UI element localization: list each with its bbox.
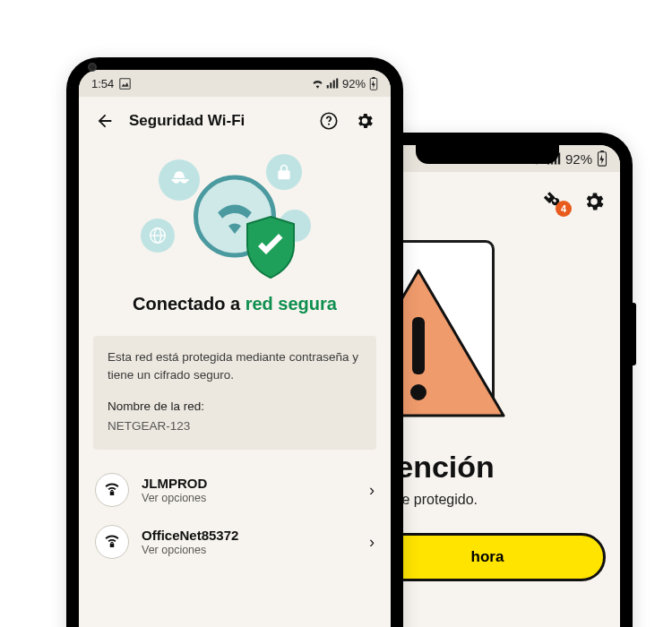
svg-point-3 [410, 384, 426, 400]
camera-dot [88, 63, 97, 72]
app-header: Seguridad Wi-Fi [79, 97, 391, 142]
network-row[interactable]: JLMPROD Ver opciones › [79, 464, 391, 516]
settings-button[interactable] [353, 109, 376, 133]
status-right: 92% [311, 77, 378, 90]
cta-button[interactable]: hora [369, 533, 606, 581]
phone-front-screen: 1:54 92% Seguridad Wi-Fi [79, 70, 391, 627]
network-info: OfficeNet85372 Ver opciones [142, 528, 357, 556]
svg-rect-4 [120, 78, 130, 88]
network-item-name: JLMPROD [142, 476, 357, 491]
help-button[interactable] [317, 109, 340, 133]
battery-text: 92% [342, 77, 366, 90]
hero-illustration [141, 154, 329, 288]
connected-secure: red segura [246, 294, 337, 314]
phone-notch [416, 145, 559, 164]
svg-rect-2 [412, 317, 425, 374]
signal-icon [326, 78, 339, 89]
network-row[interactable]: OfficeNet85372 Ver opciones › [79, 516, 391, 568]
tools-badge: 4 [556, 201, 572, 217]
battery-icon [369, 77, 378, 90]
spy-icon [159, 159, 200, 201]
battery-text: 92% [565, 151, 592, 167]
chevron-right-icon: › [369, 481, 375, 500]
svg-rect-1 [600, 150, 604, 152]
wifi-lock-icon [95, 473, 129, 507]
network-item-name: OfficeNet85372 [142, 528, 357, 543]
network-item-sub: Ver opciones [142, 492, 357, 504]
image-icon [119, 78, 131, 90]
status-left: 1:54 [91, 77, 131, 90]
connected-prefix: Conectado a [133, 294, 246, 314]
page-title: Seguridad Wi-Fi [129, 112, 305, 130]
wifi-lock-icon [95, 525, 129, 559]
network-name: NETGEAR-123 [108, 417, 362, 435]
shield-check-icon [243, 215, 298, 279]
gear-icon [355, 111, 375, 131]
info-desc: Esta red está protegida mediante contras… [108, 348, 362, 385]
wifi-icon [311, 78, 324, 89]
lock-icon [266, 154, 302, 190]
network-label: Nombre de la red: [108, 398, 362, 416]
phone-front: 1:54 92% Seguridad Wi-Fi [66, 57, 403, 627]
volume-rocker [633, 303, 636, 365]
info-card: Esta red está protegida mediante contras… [93, 336, 376, 450]
network-list: JLMPROD Ver opciones › OfficeNet85372 Ve… [79, 464, 391, 568]
settings-button[interactable] [582, 190, 606, 213]
help-icon [319, 111, 339, 131]
hero-text: Conectado a red segura [79, 288, 391, 329]
network-item-sub: Ver opciones [142, 544, 357, 556]
globe-icon [141, 219, 175, 253]
back-button[interactable] [93, 109, 116, 133]
status-bar: 1:54 92% [79, 70, 391, 97]
chevron-right-icon: › [369, 533, 375, 552]
svg-rect-6 [373, 77, 375, 79]
network-info: JLMPROD Ver opciones [142, 476, 357, 504]
warning-illustration [369, 240, 606, 428]
battery-icon [597, 150, 607, 167]
gear-icon [582, 190, 606, 213]
arrow-left-icon [95, 111, 115, 131]
status-time: 1:54 [91, 77, 114, 90]
tools-button[interactable]: 4 [543, 190, 566, 213]
